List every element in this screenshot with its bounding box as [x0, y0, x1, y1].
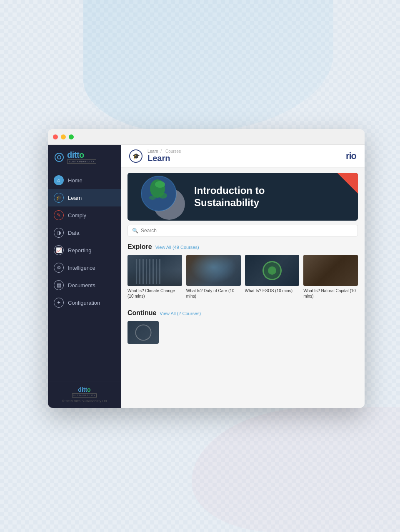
browser-dot-yellow[interactable] [61, 134, 66, 139]
page-title-area: Learn / Courses Learn [148, 149, 182, 163]
explore-view-all[interactable]: View All (49 Courses) [155, 245, 199, 250]
continue-view-all[interactable]: View All (2 Courses) [160, 311, 201, 316]
courses-row: What Is? Climate Change (10 mins) What I… [128, 255, 358, 299]
course-title-natural: What Is? Natural Capital (10 mins) [303, 288, 358, 299]
logo-circle-icon [55, 153, 64, 162]
course-thumb-duty [186, 255, 241, 286]
sidebar-item-label-configuration: Configuration [68, 300, 100, 306]
top-bar-left: 🎓 Learn / Courses Learn [129, 149, 182, 163]
search-input[interactable] [141, 228, 353, 234]
documents-icon: ▤ [54, 280, 64, 290]
search-bar: 🔍 [128, 225, 358, 236]
deco-top [83, 0, 333, 133]
sidebar-item-label-data: Data [68, 230, 79, 236]
breadcrumb-courses: Courses [165, 149, 181, 154]
breadcrumb-learn[interactable]: Learn [148, 149, 158, 154]
sidebar: ditto SUSTAINABILITY ⌂ Home 🎓 Learn ✎ Co… [48, 145, 121, 408]
section-divider [128, 304, 358, 304]
course-card-duty[interactable]: What Is? Duty of Care (10 mins) [186, 255, 241, 299]
sidebar-item-data[interactable]: ◑ Data [48, 224, 121, 241]
top-bar: 🎓 Learn / Courses Learn rio [121, 145, 365, 168]
reporting-icon: 📈 [54, 245, 64, 255]
course-card-natural[interactable]: What Is? Natural Capital (10 mins) [303, 255, 358, 299]
hero-globe [128, 173, 202, 221]
hero-banner: Introduction to Sustainability [128, 173, 358, 221]
learn-icon: 🎓 [54, 193, 64, 203]
sidebar-item-reporting[interactable]: 📈 Reporting [48, 241, 121, 259]
continue-section-header: Continue View All (2 Courses) [128, 309, 358, 317]
sidebar-item-label-intelligence: Intelligence [68, 265, 95, 271]
sidebar-nav: ⌂ Home 🎓 Learn ✎ Comply ◑ Data 📈 [48, 168, 121, 381]
home-icon: ⌂ [54, 175, 64, 185]
continue-course-thumb[interactable] [128, 321, 159, 344]
ditto-logo: ditto SUSTAINABILITY [67, 151, 96, 164]
breadcrumb-separator: / [160, 149, 163, 154]
browser-dot-green[interactable] [69, 134, 74, 139]
page-title: Learn [148, 154, 182, 163]
sidebar-item-documents[interactable]: ▤ Documents [48, 276, 121, 294]
comply-icon: ✎ [54, 210, 64, 220]
course-thumb-climate [128, 255, 182, 286]
hero-title: Introduction to Sustainability [194, 185, 265, 209]
sidebar-item-label-learn: Learn [68, 195, 82, 201]
search-icon: 🔍 [132, 228, 138, 234]
browser-window: ditto SUSTAINABILITY ⌂ Home 🎓 Learn ✎ Co… [48, 129, 365, 408]
logo-inner [57, 155, 61, 159]
app-layout: ditto SUSTAINABILITY ⌂ Home 🎓 Learn ✎ Co… [48, 145, 365, 408]
sidebar-footer: ditto SUSTAINABILITY © 2019 Ditto Sustai… [48, 381, 121, 408]
continue-title: Continue [128, 309, 156, 317]
explore-title: Explore [128, 243, 152, 251]
sidebar-copyright: © 2019 Ditto Sustainability Ltd [53, 399, 116, 403]
rio-logo: rio [346, 151, 356, 162]
configuration-icon: ✦ [54, 298, 64, 308]
sidebar-item-learn[interactable]: 🎓 Learn [48, 189, 121, 206]
sidebar-item-label-reporting: Reporting [68, 247, 91, 254]
sidebar-item-comply[interactable]: ✎ Comply [48, 206, 121, 224]
deco-bottom [192, 407, 400, 532]
sidebar-header: ditto SUSTAINABILITY [48, 145, 121, 168]
explore-section: Explore View All (49 Courses) What Is? C… [121, 238, 365, 301]
sidebar-item-home[interactable]: ⌂ Home [48, 172, 121, 189]
sidebar-item-label-home: Home [68, 177, 82, 184]
sidebar-item-label-comply: Comply [68, 212, 86, 219]
explore-section-header: Explore View All (49 Courses) [128, 243, 358, 251]
sidebar-item-configuration[interactable]: ✦ Configuration [48, 294, 121, 311]
course-thumb-esos [245, 255, 300, 286]
page-icon: 🎓 [129, 149, 142, 163]
hero-text-area: Introduction to Sustainability [194, 173, 341, 221]
svg-point-7 [155, 181, 165, 188]
course-title-climate: What Is? Climate Change (10 mins) [128, 288, 182, 299]
course-card-esos[interactable]: What Is? ESOS (10 mins) [245, 255, 300, 299]
intelligence-icon: ⚙ [54, 263, 64, 273]
footer-badge: SUSTAINABILITY [72, 393, 97, 398]
breadcrumb: Learn / Courses [148, 149, 182, 154]
svg-point-6 [149, 196, 156, 200]
ditto-text: ditto [67, 151, 84, 159]
course-thumb-natural [303, 255, 358, 286]
course-title-esos: What Is? ESOS (10 mins) [245, 288, 300, 293]
data-icon: ◑ [54, 228, 64, 238]
main-content: 🎓 Learn / Courses Learn rio [121, 145, 365, 408]
browser-dot-red[interactable] [53, 134, 58, 139]
continue-section: Continue View All (2 Courses) [121, 308, 365, 349]
svg-point-5 [159, 193, 167, 199]
sustainability-badge: SUSTAINABILITY [67, 159, 96, 164]
sidebar-item-label-documents: Documents [68, 282, 95, 288]
browser-chrome [48, 129, 365, 145]
course-title-duty: What Is? Duty of Care (10 mins) [186, 288, 241, 299]
hero-title-line1: Introduction to [194, 185, 265, 196]
hero-title-line2: Sustainability [194, 197, 259, 208]
course-card-climate[interactable]: What Is? Climate Change (10 mins) [128, 255, 182, 299]
footer-logo: ditto [53, 386, 116, 393]
sidebar-item-intelligence[interactable]: ⚙ Intelligence [48, 259, 121, 276]
